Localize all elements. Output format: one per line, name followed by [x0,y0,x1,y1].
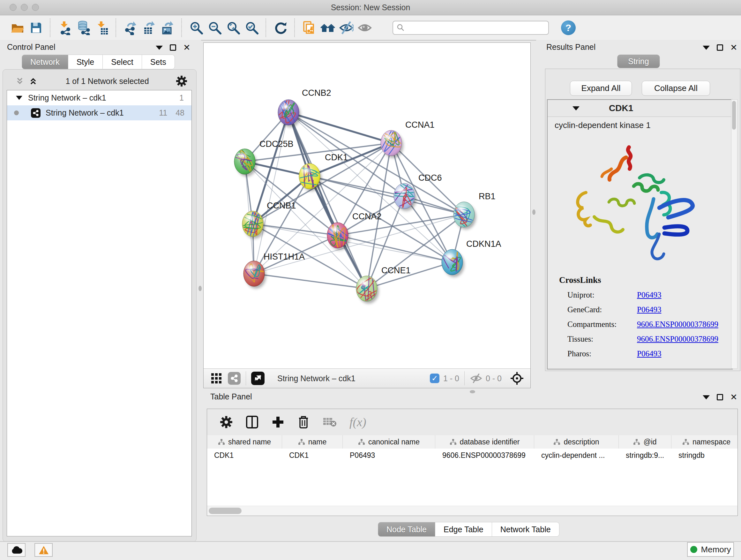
cloud-status-button[interactable] [7,543,25,557]
collapse-all-button[interactable]: Collapse All [642,81,710,96]
column-header-database-identifier[interactable]: database identifier [435,435,534,449]
clone-network-button[interactable] [300,19,319,37]
network-collection-row[interactable]: String Network – cdk1 1 [7,90,192,105]
column-header-canonical-name[interactable]: canonical name [343,435,435,449]
collection-collapse-icon[interactable] [16,96,22,100]
import-table-button[interactable] [92,19,111,37]
export-image-button[interactable] [158,19,177,37]
crosslink-link[interactable]: P06493 [637,349,661,358]
zoom-fit-button[interactable] [224,19,243,37]
crosslink-link[interactable]: 9606.ENSP00000378699 [637,320,718,329]
column-header-namespace[interactable]: namespace [671,435,738,449]
column-header-name[interactable]: name [282,435,343,449]
control-panel-float-icon[interactable] [170,44,176,51]
tab-network[interactable]: Network [22,55,68,69]
selected-checkbox-icon[interactable]: ✓ [430,374,440,383]
control-panel-menu-icon[interactable] [156,46,163,50]
tab-string[interactable]: String [617,55,660,68]
zoom-in-button[interactable] [187,19,205,37]
show-columns-icon[interactable] [246,415,259,429]
birds-eye-view-icon[interactable] [251,372,265,385]
edge-CCNB2-CCNA1[interactable] [288,112,391,143]
memory-button[interactable]: Memory [687,542,734,557]
collapse-all-icon[interactable] [14,76,25,86]
tab-sets[interactable]: Sets [142,55,175,69]
expand-all-button[interactable]: Expand All [570,81,632,96]
network-row[interactable]: String Network – cdk1 11 48 [7,105,192,120]
table-cell[interactable]: stringdb [671,449,738,462]
tab-node-table[interactable]: Node Table [378,522,435,537]
tab-select[interactable]: Select [103,55,142,69]
first-neighbors-button[interactable] [319,19,337,37]
column-header-description[interactable]: description [534,435,619,449]
tab-style[interactable]: Style [68,55,103,69]
protein-card-header[interactable]: CDK1 [548,100,732,117]
import-network-button[interactable] [56,19,74,37]
results-panel-close-icon[interactable]: ✕ [730,44,738,51]
network-graph[interactable]: CCNB2CCNA1CDC25BCDK1CDC6RB1CCNB1CCNA2CDK… [204,43,530,369]
table-options-gear-icon[interactable] [220,416,232,428]
crosslink-link[interactable]: 9606.ENSP00000378699 [637,334,718,344]
table-cell[interactable]: 9606.ENSP00000378699 [435,449,534,462]
expand-all-icon[interactable] [28,76,39,86]
table-cell[interactable]: cyclin-dependent ... [534,449,619,462]
results-panel-float-icon[interactable] [717,44,723,51]
function-builder-icon[interactable]: f(x) [349,415,366,429]
zoom-selected-button[interactable] [243,19,261,37]
node-CDKN1A[interactable]: CDKN1A [442,239,501,277]
table-panel-menu-icon[interactable] [703,395,710,399]
node-CCNB1[interactable]: CCNB1 [239,193,296,244]
horizontal-splitter-handle[interactable] [470,390,475,393]
save-session-button[interactable] [27,19,45,37]
import-network-database-button[interactable] [74,19,92,37]
export-table-button[interactable] [140,19,158,37]
edge-CCNB2-HIST1H1A[interactable] [254,112,288,273]
delete-column-trash-icon[interactable] [297,415,310,429]
table-cell[interactable]: P06493 [343,449,435,462]
results-scrollbar-thumb[interactable] [732,101,736,130]
column-header-shared-name[interactable]: shared name [207,435,282,449]
help-button[interactable]: ? [561,20,576,35]
open-session-button[interactable] [8,19,27,37]
create-column-plus-icon[interactable] [272,416,284,428]
table-scrollbar-thumb[interactable] [209,508,242,514]
warnings-button[interactable] [35,543,53,557]
tab-network-table[interactable]: Network Table [492,522,559,537]
node-CCNE1[interactable]: CCNE1 [356,266,411,304]
table-cell[interactable]: stringdb:9... [619,449,671,462]
network-view[interactable]: CCNB2CCNA1CDC25BCDK1CDC6RB1CCNB1CCNA2CDK… [203,43,531,388]
node-RB1[interactable]: RB1 [453,192,495,232]
results-scrollbar[interactable] [731,99,738,369]
node-CCNB2[interactable]: CCNB2 [276,88,331,137]
show-all-button[interactable] [355,19,374,37]
zoom-out-button[interactable] [205,19,224,37]
table-cell[interactable]: CDK1 [207,449,282,462]
right-splitter-handle[interactable] [532,209,536,215]
edge-CCNB2-CCNE1[interactable] [288,112,367,289]
network-options-gear-icon[interactable] [176,75,187,87]
delete-table-icon[interactable] [323,417,337,428]
fit-selected-crosshair-icon[interactable] [510,371,524,385]
network-badge-icon[interactable] [228,372,241,385]
hidden-eye-icon[interactable] [470,373,482,383]
crosslink-link[interactable]: P06493 [637,305,661,314]
edge-CCNB2-RB1[interactable] [288,112,464,214]
edge-CCNE1-HIST1H1A[interactable] [254,273,367,289]
export-network-button[interactable] [121,19,140,37]
tab-edge-table[interactable]: Edge Table [435,522,492,537]
protein-collapse-icon[interactable] [572,106,580,111]
refresh-view-button[interactable] [271,19,290,37]
results-panel-menu-icon[interactable] [703,46,710,50]
control-panel-close-icon[interactable]: ✕ [183,44,191,51]
table-horizontal-scrollbar[interactable] [207,506,738,516]
table-cell[interactable]: CDK1 [282,449,343,462]
table-panel-float-icon[interactable] [717,394,723,400]
search-input[interactable] [393,21,549,35]
grid-view-icon[interactable] [211,373,222,384]
table-row[interactable]: CDK1CDK1P064939606.ENSP00000378699cyclin… [207,449,738,462]
column-header-id[interactable]: @id [619,435,671,449]
left-splitter-handle[interactable] [199,286,202,291]
hide-selected-button[interactable] [337,19,355,37]
crosslink-link[interactable]: P06493 [637,291,661,300]
table-panel-close-icon[interactable]: ✕ [730,394,738,400]
